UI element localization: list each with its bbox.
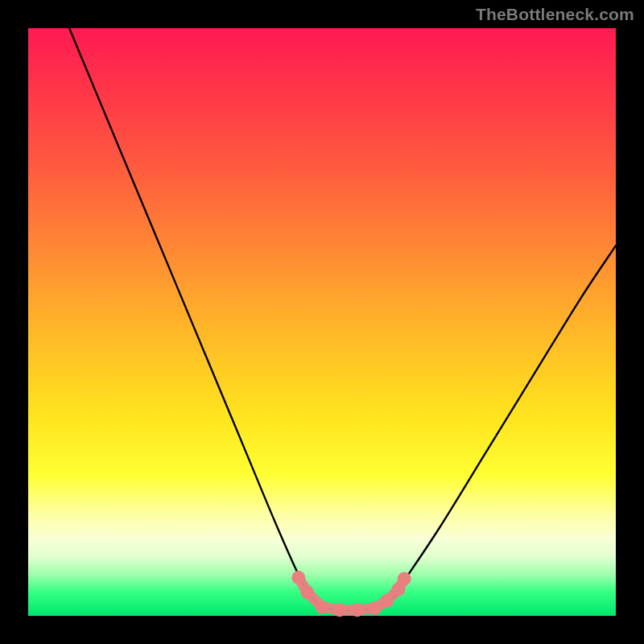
highlight-dots (291, 571, 411, 617)
svg-point-1 (300, 585, 314, 599)
svg-point-6 (380, 594, 394, 608)
watermark-text: TheBottleneck.com (476, 5, 634, 24)
curve-svg (28, 28, 616, 616)
svg-point-3 (332, 603, 346, 617)
plot-area (28, 28, 616, 616)
bottleneck-curve-path (69, 28, 616, 610)
svg-point-8 (398, 572, 411, 586)
svg-point-4 (350, 603, 364, 617)
chart-frame: TheBottleneck.com (0, 0, 644, 644)
svg-point-5 (368, 601, 382, 615)
svg-point-2 (316, 601, 329, 614)
svg-point-0 (291, 571, 305, 584)
